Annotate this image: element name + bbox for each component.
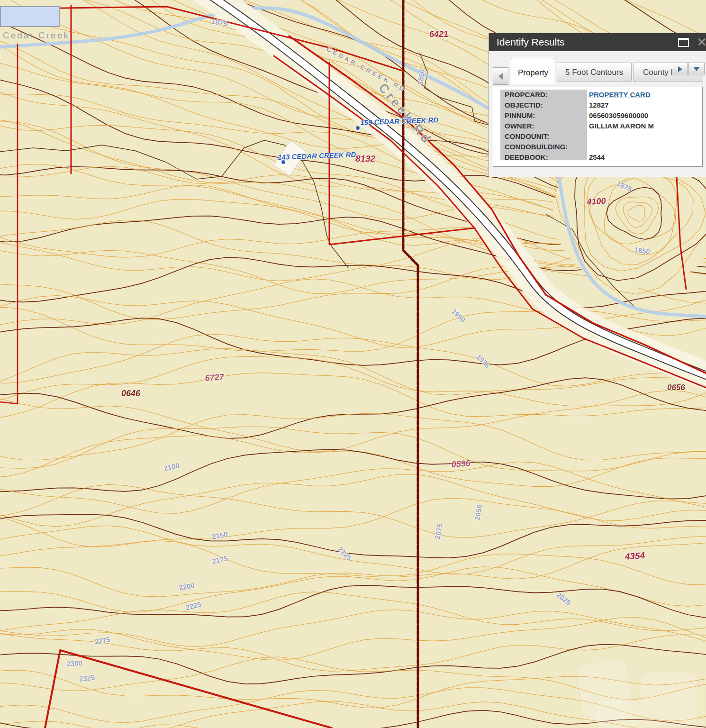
selection-highlight-box: [0, 6, 60, 27]
close-icon[interactable]: ✕: [697, 36, 706, 48]
tab-strip: Property 5 Foot Contours County I: [489, 51, 706, 87]
tab-menu-button[interactable]: [688, 63, 705, 75]
tab-property[interactable]: Property: [511, 58, 555, 84]
tab-5-foot-contours[interactable]: 5 Foot Contours: [557, 63, 632, 82]
maximize-icon[interactable]: [678, 38, 689, 47]
attribute-row: PROPCARD:PROPERTY CARD: [500, 90, 702, 100]
window-titlebar[interactable]: Identify Results ✕: [489, 33, 706, 51]
identify-results-body: Property 5 Foot Contours County I PROPCA…: [489, 51, 706, 177]
tab-scroll-left-button[interactable]: [493, 67, 508, 85]
attribute-row: OWNER:GILLIAM AARON M: [500, 121, 702, 131]
attribute-row: CONDOUNIT:: [500, 131, 702, 142]
attribute-rows: PROPCARD:PROPERTY CARD OBJECTID:12827 PI…: [500, 90, 702, 160]
tab-scroll-right-button[interactable]: [673, 63, 688, 75]
attribute-row: PINNUM:065603059600000: [500, 110, 702, 121]
right-arrow-icon: [678, 66, 682, 72]
down-arrow-icon: [693, 67, 700, 71]
attribute-row: OBJECTID:12827: [500, 100, 702, 110]
window-title: Identify Results: [497, 36, 565, 48]
property-card-link[interactable]: PROPERTY CARD: [587, 90, 651, 100]
attribute-row: DEEDBOOK:2544: [500, 152, 702, 160]
identify-attributes-panel: PROPCARD:PROPERTY CARD OBJECTID:12827 PI…: [493, 87, 703, 167]
attribute-row: CONDOBUILDING:: [500, 142, 702, 152]
identify-results-window: Identify Results ✕ Property 5 Foot Conto…: [489, 33, 706, 177]
left-arrow-icon: [498, 73, 503, 80]
